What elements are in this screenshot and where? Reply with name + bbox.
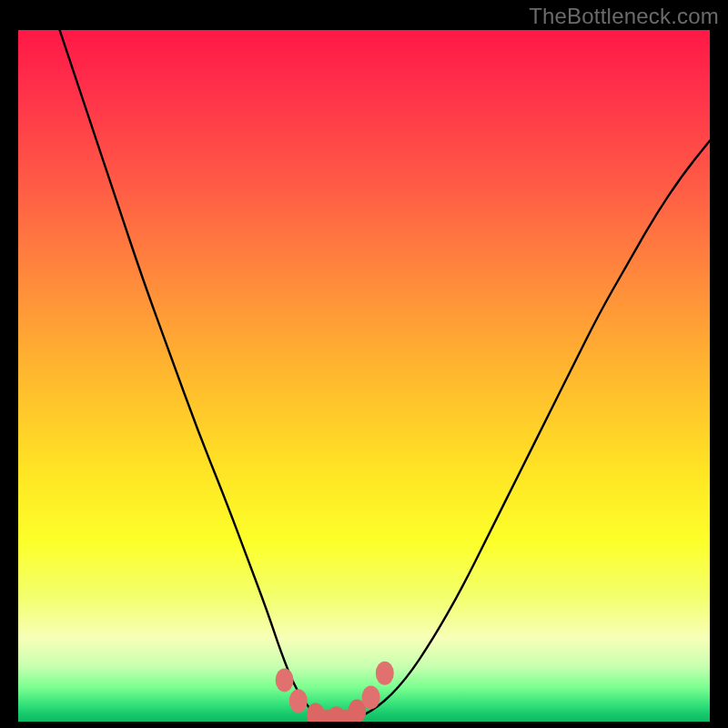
plot-area — [18, 30, 710, 722]
curve-marker — [328, 706, 346, 722]
curve-markers — [276, 662, 394, 722]
curve-marker — [289, 689, 308, 713]
bottleneck-curve — [60, 30, 710, 722]
chart-frame: TheBottleneck.com — [0, 0, 728, 728]
watermark-text: TheBottleneck.com — [529, 4, 719, 29]
curve-marker — [362, 685, 380, 709]
bottleneck-curve-svg — [18, 30, 710, 722]
curve-marker — [276, 668, 294, 692]
curve-marker — [307, 703, 325, 722]
curve-marker — [376, 662, 394, 685]
